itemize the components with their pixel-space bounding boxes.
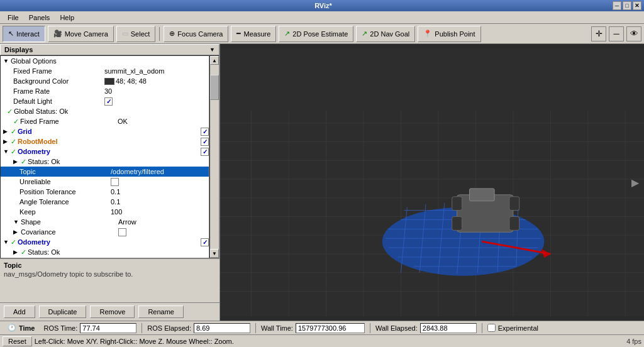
robot-model-row[interactable]: ▶ ✓ RobotModel ✓ <box>1 136 209 146</box>
nav-goal-button[interactable]: ↗ 2D Nav Goal <box>356 26 415 42</box>
experimental-checkbox[interactable] <box>487 324 496 332</box>
shape1-row[interactable]: ▼ Shape Arrow <box>1 217 209 227</box>
odometry2-label: Odometry <box>18 238 115 246</box>
ros-time-input[interactable] <box>80 323 136 333</box>
covariance1-label: Covariance <box>21 228 118 236</box>
plus-icon-btn[interactable]: ✛ <box>591 26 606 41</box>
odom2-checkmark: ✓ <box>11 238 16 246</box>
wall-time-field: Wall Time: <box>256 323 370 333</box>
statusbar: Reset Left-Click: Move X/Y. Right-Click:… <box>0 334 644 347</box>
robot-model-checkbox[interactable]: ✓ <box>201 138 209 146</box>
displays-header: Displays ▼ <box>0 44 219 55</box>
grid-row[interactable]: ▶ ✓ Grid ✓ <box>1 126 209 136</box>
odometry2-row[interactable]: ▼ ✓ Odometry ✓ <box>1 237 209 247</box>
menu-file[interactable]: File <box>3 13 24 23</box>
grid-checkbox[interactable]: ✓ <box>201 128 209 136</box>
topic1-row[interactable]: Topic /odometry/filtered <box>1 167 209 177</box>
keep1-value: 100 <box>111 208 122 216</box>
global-options-label: Global Options <box>11 57 108 65</box>
pose-estimate-button[interactable]: ↗ 2D Pose Estimate <box>279 26 353 42</box>
bg-color-row[interactable]: Background Color 48; 48; 48 <box>1 76 209 86</box>
scroll-down-btn[interactable]: ▼ <box>210 249 219 258</box>
unreliable1-checkbox[interactable] <box>111 178 119 186</box>
minus-icon-btn[interactable]: ─ <box>609 26 624 41</box>
window-title: RViz* <box>34 0 613 11</box>
experimental-section: Experimental <box>482 324 543 332</box>
grid-checkmark: ✓ <box>11 128 16 136</box>
svg-rect-41 <box>509 217 519 231</box>
fixed-frame-label: Fixed Frame <box>7 67 104 75</box>
close-button[interactable]: ✕ <box>633 1 641 10</box>
odom2-status-label: Status: Ok <box>28 248 125 256</box>
angle-tolerance1-row[interactable]: Angle Tolerance 0.1 <box>1 197 209 207</box>
menu-panels[interactable]: Panels <box>24 13 55 23</box>
remove-button[interactable]: Remove <box>90 306 135 318</box>
default-light-row[interactable]: Default Light ✓ <box>1 96 209 106</box>
unreliable1-row[interactable]: Unreliable <box>1 177 209 187</box>
fixed-frame-status-row[interactable]: ✓ Fixed Frame OK <box>1 116 209 126</box>
minimize-button[interactable]: ─ <box>613 1 621 10</box>
odom2-checkbox[interactable]: ✓ <box>201 238 209 246</box>
odom2-status-row[interactable]: ▶ ✓ Status: Ok <box>1 247 209 257</box>
move-camera-button[interactable]: 🎥 Move Camera <box>48 26 114 42</box>
displays-scroll-indicator: ▼ <box>209 47 215 53</box>
odom1-status-row[interactable]: ▶ ✓ Status: Ok <box>1 157 209 167</box>
add-button[interactable]: Add <box>4 306 35 318</box>
checkmark-icon2: ✓ <box>13 118 19 126</box>
frame-rate-row[interactable]: Frame Rate 30 <box>1 86 209 96</box>
fixed-frame-row[interactable]: Fixed Frame summit_xl_a_odom <box>1 66 209 76</box>
publish-point-button[interactable]: 📍 Publish Point <box>418 26 480 42</box>
topic1-label: Topic <box>13 168 111 175</box>
shape1-label: Shape <box>21 218 118 226</box>
wall-elapsed-input[interactable] <box>420 323 477 333</box>
wall-time-input[interactable] <box>296 323 365 333</box>
fps-display: 4 fps <box>626 338 641 345</box>
titlebar: RViz* ─ □ ✕ <box>0 0 644 11</box>
select-icon: ▭ <box>122 30 128 38</box>
select-button[interactable]: ▭ Select <box>116 26 156 42</box>
publish-icon: 📍 <box>423 30 432 38</box>
duplicate-button[interactable]: Duplicate <box>39 306 87 318</box>
default-light-label: Default Light <box>7 97 104 105</box>
default-light-checkbox[interactable]: ✓ <box>104 97 113 106</box>
status-instructions: Left-Click: Move X/Y. Right-Click:: Move… <box>35 338 234 345</box>
ros-elapsed-input[interactable] <box>194 323 250 333</box>
eye-icon-btn[interactable]: 👁 <box>626 26 641 41</box>
experimental-label: Experimental <box>498 324 538 332</box>
keep1-row[interactable]: Keep 100 <box>1 207 209 217</box>
tree-scrollbar[interactable]: ▲ ▼ <box>209 55 219 258</box>
camera-icon: 🎥 <box>53 30 62 38</box>
measure-button[interactable]: ━ Measure <box>231 26 276 42</box>
displays-tree[interactable]: ▼ Global Options Fixed Frame summit_xl_a… <box>0 55 209 258</box>
info-title: Topic <box>4 262 216 269</box>
odom2-status-checkmark: ✓ <box>21 248 26 256</box>
global-status-row[interactable]: ✓ Global Status: Ok <box>1 106 209 116</box>
scroll-up-btn[interactable]: ▲ <box>210 56 219 65</box>
left-panel: Displays ▼ ▼ Global Options Fixed Frame … <box>0 44 220 321</box>
global-options-row[interactable]: ▼ Global Options <box>1 56 209 66</box>
viewport-right-arrow[interactable]: ▶ <box>631 177 639 189</box>
main-content: Displays ▼ ▼ Global Options Fixed Frame … <box>0 44 644 321</box>
interact-button[interactable]: ↖ Interact <box>3 26 45 42</box>
odometry1-row[interactable]: ▼ ✓ Odometry ✓ <box>1 146 209 157</box>
wall-elapsed-label: Wall Elapsed: <box>375 324 418 332</box>
rename-button[interactable]: Rename <box>138 306 184 318</box>
odom1-status-checkmark: ✓ <box>21 158 26 166</box>
maximize-button[interactable]: □ <box>623 1 631 10</box>
scroll-thumb[interactable] <box>210 75 219 100</box>
svg-rect-39 <box>452 217 462 231</box>
separator1 <box>159 27 160 41</box>
focus-camera-button[interactable]: ⊕ Focus Camera <box>164 26 228 42</box>
covariance1-checkbox[interactable] <box>118 228 126 236</box>
3d-viewport[interactable]: ▶ <box>220 44 644 321</box>
pos-tolerance1-row[interactable]: Position Tolerance 0.1 <box>1 187 209 197</box>
3d-grid <box>220 44 644 321</box>
menu-help[interactable]: Help <box>55 13 79 23</box>
focus-icon: ⊕ <box>169 30 175 38</box>
pose-icon: ↗ <box>284 30 290 38</box>
covariance1-row[interactable]: ▶ Covariance <box>1 227 209 237</box>
svg-rect-38 <box>452 197 462 211</box>
odom1-checkbox[interactable]: ✓ <box>201 148 209 156</box>
reset-button[interactable]: Reset <box>3 336 32 346</box>
checkmark-icon: ✓ <box>7 107 13 116</box>
